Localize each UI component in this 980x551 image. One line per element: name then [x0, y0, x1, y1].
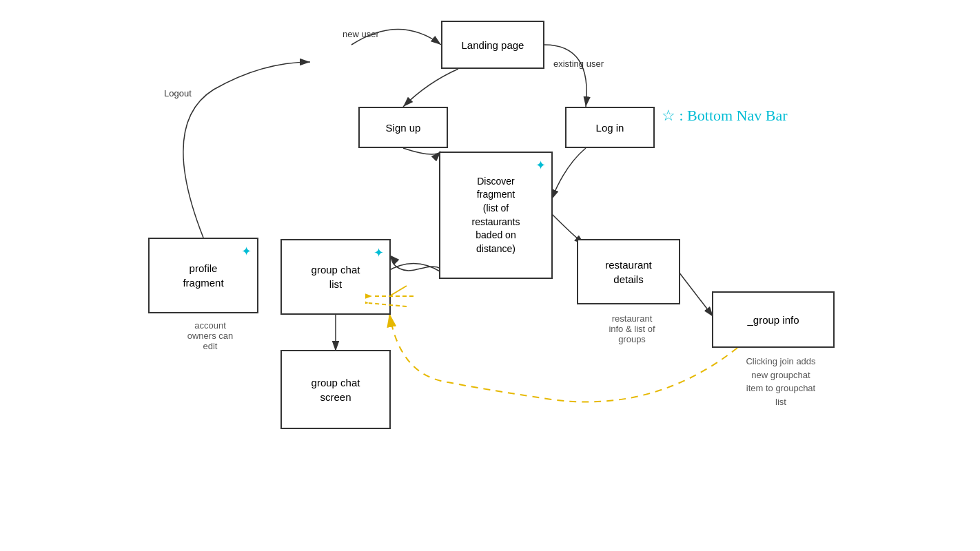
profile-star-icon: ✦ [241, 245, 252, 258]
node-landing: Landing page [441, 21, 544, 69]
node-restaurantdetails-label: restaurantdetails [605, 258, 652, 287]
clicking-join-note: Clicking join addsnew groupchatitem to g… [712, 355, 850, 408]
node-restaurantdetails: restaurantdetails [577, 239, 680, 304]
canvas: Landing page Sign up Log in ✦ Discoverfr… [0, 0, 980, 551]
bottom-nav-note: ☆ : Bottom Nav Bar [662, 107, 788, 125]
node-groupchatscreen: group chatscreen [280, 350, 391, 429]
node-landing-label: Landing page [462, 38, 524, 52]
node-groupchatlist: ✦ group chatlist [280, 239, 391, 315]
node-login-label: Log in [596, 121, 624, 135]
profile-note: accountowners canedit [155, 320, 265, 351]
groupchatlist-star-icon: ✦ [374, 246, 384, 260]
node-groupchatscreen-label: group chatscreen [312, 375, 360, 404]
label-existing-user: existing user [553, 59, 604, 69]
node-profile-label: profilefragment [183, 261, 223, 290]
node-signup: Sign up [358, 107, 448, 148]
node-signup-label: Sign up [386, 121, 421, 135]
label-logout: Logout [164, 88, 192, 98]
discover-star-icon: ✦ [535, 158, 546, 172]
restaurant-note: restaurantinfo & list ofgroups [577, 313, 687, 344]
node-groupinfo: _group info [712, 291, 835, 348]
node-groupchatlist-label: group chatlist [312, 262, 360, 291]
label-new-user: new user [343, 29, 379, 39]
node-discover-label: Discoverfragment(list ofrestaurantsbaded… [471, 175, 520, 256]
node-groupinfo-label: _group info [747, 313, 799, 327]
node-profile: ✦ profilefragment [148, 238, 258, 313]
node-discover: ✦ Discoverfragment(list ofrestaurantsbad… [439, 152, 553, 279]
node-login: Log in [565, 107, 655, 148]
